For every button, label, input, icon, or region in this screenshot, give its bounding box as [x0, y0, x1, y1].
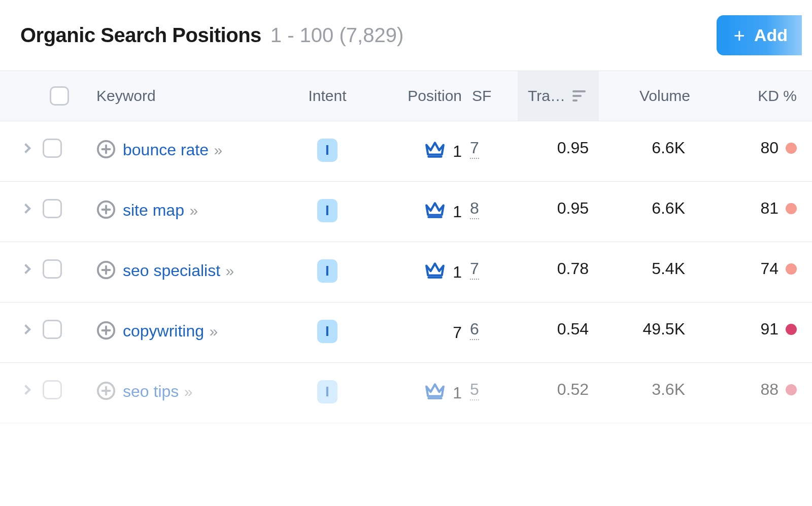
- column-keyword[interactable]: Keyword: [96, 87, 284, 105]
- position-value: 7: [453, 323, 462, 342]
- expand-icon[interactable]: [21, 324, 31, 334]
- intent-badge: I: [317, 259, 337, 283]
- column-position[interactable]: Position: [370, 87, 467, 105]
- position-value: 1: [453, 142, 462, 161]
- keyword-link[interactable]: copywriting: [123, 322, 204, 340]
- keyword-link[interactable]: seo specialist: [123, 261, 220, 280]
- kd-difficulty-dot: [786, 203, 797, 214]
- add-keyword-icon[interactable]: [96, 140, 116, 159]
- table-row: bounce rate » I 1 7 0.95 6.6K 80: [0, 121, 812, 182]
- intent-badge: I: [317, 320, 337, 343]
- intent-badge: I: [317, 199, 337, 222]
- crown-icon: [424, 199, 446, 224]
- table-row: site map » I 1 8 0.95 6.6K 81: [0, 182, 812, 242]
- intent-badge: I: [317, 380, 337, 403]
- row-checkbox[interactable]: [43, 139, 62, 158]
- add-keyword-icon[interactable]: [96, 260, 116, 280]
- plus-icon: +: [734, 26, 745, 45]
- table-row: seo tips » I 1 5 0.52 3.6K 88: [0, 363, 812, 423]
- volume-value: 3.6K: [599, 380, 695, 399]
- page-title: Organic Search Positions: [20, 24, 261, 47]
- row-checkbox[interactable]: [43, 199, 62, 218]
- open-keyword-icon[interactable]: »: [226, 262, 234, 279]
- crown-icon: [424, 380, 446, 406]
- select-all-checkbox[interactable]: [50, 86, 69, 106]
- column-sf[interactable]: SF: [467, 87, 518, 105]
- open-keyword-icon[interactable]: »: [184, 383, 193, 400]
- kd-value: 74: [760, 259, 779, 278]
- position-value: 1: [453, 384, 462, 402]
- crown-icon: [424, 259, 446, 285]
- intent-badge: I: [317, 139, 337, 162]
- kd-value: 80: [760, 139, 779, 157]
- kd-value: 91: [760, 320, 779, 339]
- column-intent[interactable]: Intent: [284, 87, 370, 105]
- volume-value: 49.5K: [599, 320, 695, 339]
- volume-value: 6.6K: [599, 139, 695, 157]
- traffic-value: 0.95: [518, 139, 599, 157]
- row-checkbox[interactable]: [43, 259, 62, 279]
- sf-value[interactable]: 5: [470, 380, 479, 400]
- row-checkbox[interactable]: [43, 320, 62, 339]
- table-header: Keyword Intent Position SF Tra… Volume K…: [0, 71, 812, 121]
- column-traffic-label: Tra…: [528, 87, 565, 105]
- kd-difficulty-dot: [786, 324, 797, 335]
- traffic-value: 0.54: [518, 320, 599, 339]
- expand-icon[interactable]: [21, 204, 31, 214]
- sort-desc-icon: [572, 90, 586, 102]
- traffic-value: 0.95: [518, 199, 599, 218]
- table-row: seo specialist » I 1 7 0.78 5.4K 74: [0, 242, 812, 302]
- traffic-value: 0.52: [518, 380, 599, 399]
- column-traffic[interactable]: Tra…: [518, 71, 599, 121]
- kd-value: 88: [760, 380, 779, 399]
- kd-difficulty-dot: [786, 143, 797, 154]
- sf-value[interactable]: 8: [470, 199, 479, 219]
- traffic-value: 0.78: [518, 259, 599, 278]
- expand-icon[interactable]: [21, 385, 31, 395]
- keyword-link[interactable]: bounce rate: [123, 141, 209, 159]
- column-kd[interactable]: KD %: [695, 87, 812, 105]
- keyword-link[interactable]: site map: [123, 201, 184, 219]
- open-keyword-icon[interactable]: »: [214, 142, 222, 158]
- expand-icon[interactable]: [21, 264, 31, 274]
- keyword-link[interactable]: seo tips: [123, 382, 179, 400]
- position-value: 1: [453, 203, 462, 221]
- volume-value: 5.4K: [599, 259, 695, 278]
- expand-icon[interactable]: [21, 143, 31, 153]
- column-volume[interactable]: Volume: [599, 87, 695, 105]
- position-value: 1: [453, 263, 462, 282]
- add-keyword-icon[interactable]: [96, 381, 116, 400]
- kd-difficulty-dot: [786, 263, 797, 275]
- sf-value[interactable]: 7: [470, 139, 479, 159]
- kd-difficulty-dot: [786, 384, 797, 395]
- kd-value: 81: [760, 199, 779, 218]
- add-button-label: Add: [754, 25, 788, 45]
- add-keyword-icon[interactable]: [96, 200, 116, 219]
- table-body: bounce rate » I 1 7 0.95 6.6K 80: [0, 121, 812, 423]
- crown-icon: [424, 139, 446, 164]
- add-keyword-icon[interactable]: [96, 321, 116, 340]
- volume-value: 6.6K: [599, 199, 695, 218]
- add-button[interactable]: + Add: [717, 15, 802, 55]
- page-range: 1 - 100 (7,829): [270, 24, 403, 47]
- open-keyword-icon[interactable]: »: [210, 323, 218, 340]
- row-checkbox[interactable]: [43, 380, 62, 399]
- table-row: copywriting » I 7 6 0.54 49.5K 91: [0, 302, 812, 363]
- sf-value[interactable]: 6: [470, 320, 479, 340]
- sf-value[interactable]: 7: [470, 259, 479, 280]
- open-keyword-icon[interactable]: »: [189, 202, 198, 219]
